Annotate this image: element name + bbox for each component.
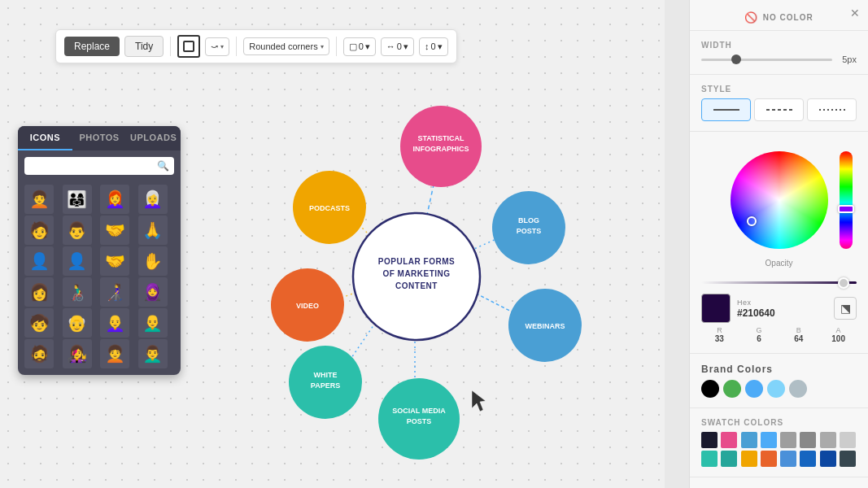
g-value: 6 xyxy=(741,334,778,343)
r-channel: R 33 xyxy=(701,326,738,343)
list-item[interactable]: 👩‍🦰 xyxy=(100,185,129,214)
svg-text:CONTENT: CONTENT xyxy=(395,281,438,290)
swatch-item[interactable] xyxy=(741,432,757,448)
swatch-item[interactable] xyxy=(701,432,718,448)
list-item[interactable]: 👴 xyxy=(63,308,92,338)
hex-input-block: Hex #210640 xyxy=(737,298,827,319)
list-item[interactable]: ✋ xyxy=(138,246,168,276)
a-label: A xyxy=(820,326,857,334)
color-wheel[interactable] xyxy=(731,151,828,249)
swatch-item[interactable] xyxy=(840,451,856,467)
hue-slider[interactable] xyxy=(840,151,853,249)
swatch-item[interactable] xyxy=(800,432,816,448)
toolbar: Replace Tidy ⤻ ▾ Rounded corners ▾ ▢ 0 ▾… xyxy=(55,29,457,63)
svg-text:POPULAR FORMS: POPULAR FORMS xyxy=(378,257,455,266)
vertical-spacing-control[interactable]: ↕ 0 ▾ xyxy=(419,37,448,56)
swatch-item[interactable] xyxy=(721,432,737,448)
list-item[interactable]: 👩‍🎤 xyxy=(63,339,92,368)
r-label: R xyxy=(701,326,738,334)
list-item[interactable]: 👨‍🦱 xyxy=(138,339,168,368)
brand-swatch[interactable] xyxy=(701,380,719,398)
list-item[interactable]: 🧕 xyxy=(138,277,168,307)
swatch-item[interactable] xyxy=(761,432,777,448)
list-item[interactable]: 🧒 xyxy=(24,308,54,338)
width-value: 5px xyxy=(837,54,857,64)
r-value: 33 xyxy=(701,334,738,343)
list-item[interactable]: 🧔 xyxy=(24,339,54,368)
color-wheel-container[interactable] xyxy=(731,151,828,249)
tidy-button[interactable]: Tidy xyxy=(124,36,164,57)
swatch-item[interactable] xyxy=(761,451,777,467)
list-item[interactable]: 👨 xyxy=(63,216,92,245)
dashed-line-icon xyxy=(766,109,792,111)
list-item[interactable]: 👨‍🦽 xyxy=(63,277,92,307)
list-item[interactable]: 👩‍🦳 xyxy=(138,185,168,214)
swatch-item[interactable] xyxy=(780,432,796,448)
brand-swatch[interactable] xyxy=(789,380,807,398)
opacity-slider[interactable] xyxy=(701,281,857,284)
list-item[interactable]: 🧑‍🦱 xyxy=(100,339,129,368)
width-slider[interactable] xyxy=(701,59,832,61)
color-swatch-large[interactable] xyxy=(701,294,731,323)
style-section: STYLE xyxy=(690,75,868,132)
dashed-style-option[interactable] xyxy=(754,98,804,121)
width-row: 5px xyxy=(701,54,857,64)
list-item[interactable]: 🤝 xyxy=(100,246,129,276)
swatch-item[interactable] xyxy=(820,451,836,467)
close-button[interactable]: ✕ xyxy=(850,7,860,20)
list-item[interactable]: 👩‍🦲 xyxy=(100,308,129,338)
swatch-item[interactable] xyxy=(840,432,856,448)
g-channel: G 6 xyxy=(741,326,778,343)
border-value: 0 xyxy=(359,41,364,51)
list-item[interactable]: 👩‍🦯 xyxy=(100,277,129,307)
shape-selector[interactable] xyxy=(177,35,200,58)
dotted-style-option[interactable] xyxy=(807,98,857,121)
list-item[interactable]: 👨‍👩‍👧 xyxy=(63,185,92,214)
tab-uploads[interactable]: UPLOADS xyxy=(126,126,181,150)
brand-swatch[interactable] xyxy=(723,380,741,398)
list-item[interactable]: 👨‍🦲 xyxy=(138,308,168,338)
swatch-item[interactable] xyxy=(780,451,796,467)
toolbar-divider-3 xyxy=(336,37,337,56)
svg-text:POSTS: POSTS xyxy=(517,227,542,235)
brand-colors-row xyxy=(701,380,857,398)
h-value: 0 xyxy=(397,41,402,51)
color-wheel-cursor xyxy=(747,216,757,226)
list-item[interactable]: 👩 xyxy=(24,277,54,307)
corners-dropdown[interactable]: Rounded corners ▾ xyxy=(243,37,329,55)
no-color-icon: 🚫 xyxy=(744,11,758,24)
no-color-label: NO COLOR xyxy=(763,13,813,22)
search-input[interactable] xyxy=(24,157,174,175)
replace-button[interactable]: Replace xyxy=(64,37,120,56)
svg-text:SOCIAL MEDIA: SOCIAL MEDIA xyxy=(392,407,446,415)
list-item[interactable]: 🙏 xyxy=(138,216,168,245)
list-item[interactable]: 🧑 xyxy=(24,216,54,245)
left-panel: ICONS PHOTOS UPLOADS 🔍 🧑‍🦱 👨‍👩‍👧 👩‍🦰 👩‍🦳… xyxy=(18,126,181,375)
border-width-control[interactable]: ▢ 0 ▾ xyxy=(343,37,376,56)
horizontal-spacing-control[interactable]: ↔ 0 ▾ xyxy=(381,37,414,56)
search-button[interactable]: 🔍 xyxy=(157,160,169,172)
tab-photos[interactable]: PHOTOS xyxy=(72,126,127,150)
list-item[interactable]: 🤝 xyxy=(100,216,129,245)
swatch-item[interactable] xyxy=(721,451,737,467)
arrow-icon: ⤻ xyxy=(211,41,218,52)
hex-value[interactable]: #210640 xyxy=(737,307,827,319)
swatch-item[interactable] xyxy=(800,451,816,467)
swatch-colors-label: SWATCH COLORS xyxy=(701,418,857,427)
brand-swatch[interactable] xyxy=(745,380,763,398)
list-item[interactable]: 👤 xyxy=(63,246,92,276)
swatch-item[interactable] xyxy=(741,451,757,467)
arrow-dropdown[interactable]: ⤻ ▾ xyxy=(205,37,229,56)
solid-style-option[interactable] xyxy=(701,98,751,121)
brand-swatch[interactable] xyxy=(767,380,785,398)
border-icon: ▢ xyxy=(349,41,357,52)
swatch-item[interactable] xyxy=(701,451,718,467)
list-item[interactable]: 🧑‍🦱 xyxy=(24,185,54,214)
b-value: 64 xyxy=(781,334,818,343)
list-item[interactable]: 👤 xyxy=(24,246,54,276)
swatch-grid xyxy=(701,432,857,467)
tab-icons[interactable]: ICONS xyxy=(18,126,72,150)
style-label: STYLE xyxy=(701,85,857,94)
swatch-item[interactable] xyxy=(820,432,836,448)
eyedropper-button[interactable]: ⬔ xyxy=(834,297,857,320)
